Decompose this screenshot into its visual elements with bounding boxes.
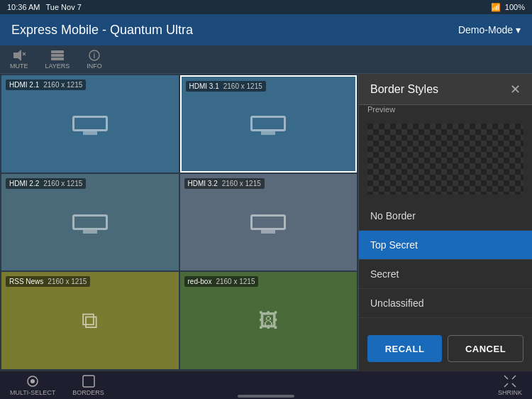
borders-label: BORDERS [72,389,104,396]
image-icon: 🖼 [258,309,278,332]
svg-text:i: i [94,52,96,60]
status-bar: 10:36 AM Tue Nov 7 📶 100% [0,0,532,14]
multi-select-icon [25,375,40,388]
toolbar: MUTE LAYERS i INFO [0,45,532,74]
mute-icon [12,50,26,61]
cell-redbox[interactable]: red-box 2160 x 1215 🖼 [180,272,358,369]
border-option-secret[interactable]: Secret [359,260,532,289]
hdmi-icon [72,214,108,230]
cell-redbox-label: red-box 2160 x 1215 [184,276,259,287]
border-option-no-border[interactable]: No Border [359,202,532,231]
preview-area [367,124,523,195]
panel-header: Border Styles ✕ [359,74,532,105]
cell-hdmi32[interactable]: HDMI 3.2 2160 x 1215 [180,174,358,271]
close-button[interactable]: ✕ [510,83,521,96]
multi-select-button[interactable]: MULTI-SELECT [10,375,55,396]
info-icon: i [87,50,101,61]
layers-icon [50,50,65,61]
cancel-button[interactable]: CANCEL [448,335,523,362]
hdmi-icon [72,116,108,131]
layers-button[interactable]: LAYERS [45,50,70,70]
svg-rect-5 [51,58,64,60]
info-label: INFO [87,62,102,70]
recall-button[interactable]: RECALL [367,335,442,362]
svg-line-12 [512,376,516,379]
preview-label: Preview [359,105,532,116]
status-day: Tue Nov 7 [45,3,81,11]
svg-point-9 [31,379,35,383]
cell-hdmi22[interactable]: HDMI 2.2 2160 x 1215 [1,174,179,271]
app-title: Express Mobile - Quantum Ultra [11,23,193,38]
mute-button[interactable]: MUTE [10,50,28,70]
shrink-label: SHRINK [498,389,522,396]
shrink-icon [502,375,518,388]
cell-rss[interactable]: RSS News 2160 x 1215 ⧉ [1,272,179,369]
demo-mode-button[interactable]: Demo-Mode ▾ [458,24,521,35]
svg-line-13 [504,383,508,387]
layers-label: LAYERS [45,62,70,70]
demo-mode-label: Demo-Mode [458,24,513,35]
cell-hdmi22-label: HDMI 2.2 2160 x 1215 [6,178,86,189]
cell-hdmi32-label: HDMI 3.2 2160 x 1215 [184,178,265,189]
border-option-top-secret[interactable]: Top Secret [359,231,532,260]
panel-actions: RECALL CANCEL [359,327,532,371]
cell-hdmi31[interactable]: HDMI 3.1 2160 x 1215 [180,75,358,173]
border-styles-panel: Border Styles ✕ Preview No Border Top Se… [358,74,532,371]
status-time: 10:36 AM [7,3,40,11]
cell-hdmi21-label: HDMI 2.1 2160 x 1215 [6,80,86,90]
svg-line-11 [504,376,508,379]
main-content: HDMI 2.1 2160 x 1215 HDMI 3.1 2160 x 121… [0,74,532,371]
borders-icon [81,375,96,388]
video-grid: HDMI 2.1 2160 x 1215 HDMI 3.1 2160 x 121… [0,74,358,371]
rss-icon: ⧉ [82,307,98,334]
cell-hdmi31-label: HDMI 3.1 2160 x 1215 [186,81,266,92]
chevron-down-icon: ▾ [516,24,521,35]
svg-rect-4 [51,54,64,57]
battery-status: 100% [505,3,525,11]
panel-title: Border Styles [370,83,438,96]
cell-hdmi21[interactable]: HDMI 2.1 2160 x 1215 [1,75,179,173]
multi-select-label: MULTI-SELECT [10,389,55,396]
shrink-button[interactable]: SHRINK [498,375,522,396]
hdmi-icon [250,214,286,230]
svg-line-14 [512,383,516,387]
app-header: Express Mobile - Quantum Ultra Demo-Mode… [0,14,532,45]
border-option-unclassified[interactable]: Unclassified [359,289,532,318]
cell-rss-label: RSS News 2160 x 1215 [6,276,90,287]
mute-label: MUTE [10,62,28,70]
wifi-icon: 📶 [491,3,501,12]
border-options-list: No Border Top Secret Secret Unclassified [359,202,532,327]
svg-rect-3 [51,50,64,53]
hdmi-icon [250,116,286,131]
borders-button[interactable]: BORDERS [72,375,104,396]
svg-marker-0 [13,50,21,61]
home-indicator [238,395,294,398]
svg-rect-10 [83,376,94,387]
info-button[interactable]: i INFO [87,50,102,70]
